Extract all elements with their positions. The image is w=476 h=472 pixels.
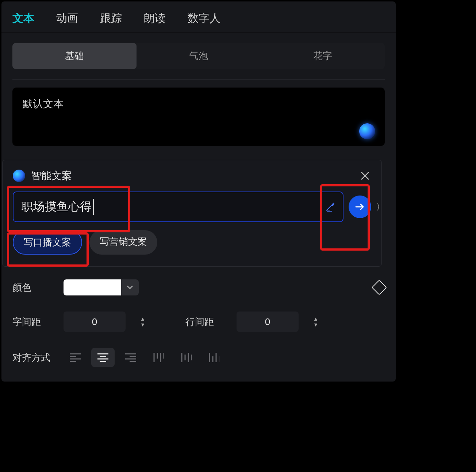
resize-handle-icon[interactable]: ⟩ bbox=[377, 202, 380, 212]
align-vert-bot-icon bbox=[208, 353, 219, 362]
align-center-icon bbox=[97, 353, 108, 362]
chip-marketing-copy[interactable]: 写营销文案 bbox=[89, 230, 157, 255]
line-spacing-stepper[interactable]: ▲ ▼ bbox=[310, 312, 322, 332]
align-label: 对齐方式 bbox=[12, 351, 53, 364]
align-vert-top-button[interactable] bbox=[147, 348, 170, 367]
text-content-box[interactable]: 默认文本 bbox=[12, 88, 385, 146]
chevron-down-icon bbox=[127, 286, 133, 289]
sub-tab-bubble[interactable]: 气泡 bbox=[137, 43, 261, 69]
spacing-row: 字间距 0 ▲ ▼ 行间距 0 ▲ ▼ bbox=[12, 312, 385, 332]
stepper-down-icon[interactable]: ▼ bbox=[310, 323, 322, 326]
stepper-up-icon[interactable]: ▲ bbox=[310, 317, 322, 321]
close-icon bbox=[360, 171, 370, 181]
top-tab-bar: 文本 动画 跟踪 朗读 数字人 bbox=[1, 1, 396, 33]
align-vert-mid-icon bbox=[181, 353, 192, 362]
ai-orb-icon[interactable] bbox=[359, 123, 375, 139]
align-button-group bbox=[64, 348, 226, 367]
align-row: 对齐方式 bbox=[12, 348, 385, 367]
color-swatch[interactable] bbox=[64, 279, 121, 295]
sub-tab-fancy[interactable]: 花字 bbox=[261, 43, 385, 69]
divider bbox=[12, 79, 385, 80]
align-vert-mid-button[interactable] bbox=[174, 348, 198, 367]
color-dropdown[interactable] bbox=[121, 279, 139, 295]
align-right-button[interactable] bbox=[119, 348, 142, 367]
copy-type-chips: 写口播文案 写营销文案 bbox=[13, 230, 371, 255]
color-label: 颜色 bbox=[12, 281, 53, 294]
magic-wand-icon[interactable] bbox=[325, 201, 336, 212]
close-button[interactable] bbox=[359, 170, 371, 182]
smart-copy-input-value: 职场摸鱼心得 bbox=[22, 199, 94, 215]
text-content-value: 默认文本 bbox=[23, 97, 375, 111]
keyframe-diamond-icon[interactable] bbox=[372, 280, 387, 295]
arrow-right-icon bbox=[355, 203, 365, 210]
sub-tab-bar: 基础 气泡 花字 bbox=[12, 43, 385, 69]
letter-spacing-stepper[interactable]: ▲ ▼ bbox=[137, 312, 149, 332]
align-vert-bot-button[interactable] bbox=[202, 348, 226, 367]
align-vert-top-icon bbox=[153, 353, 164, 362]
letter-spacing-value: 0 bbox=[92, 316, 97, 328]
smart-copy-popup: 智能文案 职场摸鱼心得 ⟩ 写口播文案 写营销文案 bbox=[2, 160, 382, 267]
align-left-icon bbox=[70, 353, 81, 362]
tab-animation[interactable]: 动画 bbox=[56, 11, 78, 26]
sub-tab-basic[interactable]: 基础 bbox=[12, 43, 137, 69]
tab-text[interactable]: 文本 bbox=[12, 11, 34, 26]
chip-broadcast-copy[interactable]: 写口播文案 bbox=[13, 230, 82, 255]
color-row: 颜色 bbox=[12, 279, 385, 295]
letter-spacing-label: 字间距 bbox=[12, 316, 53, 328]
submit-button[interactable] bbox=[349, 196, 371, 218]
smart-copy-input[interactable]: 职场摸鱼心得 bbox=[13, 191, 343, 222]
ai-orb-icon bbox=[13, 170, 25, 182]
stepper-down-icon[interactable]: ▼ bbox=[137, 323, 149, 326]
line-spacing-input[interactable]: 0 bbox=[237, 312, 299, 332]
tab-track[interactable]: 跟踪 bbox=[100, 11, 122, 26]
align-left-button[interactable] bbox=[64, 348, 87, 367]
popup-title: 智能文案 bbox=[31, 169, 72, 183]
line-spacing-label: 行间距 bbox=[185, 316, 226, 328]
stepper-up-icon[interactable]: ▲ bbox=[137, 317, 149, 321]
letter-spacing-input[interactable]: 0 bbox=[64, 312, 126, 332]
tab-read[interactable]: 朗读 bbox=[144, 11, 166, 26]
align-center-button[interactable] bbox=[91, 348, 115, 367]
tab-digital-human[interactable]: 数字人 bbox=[188, 11, 220, 26]
line-spacing-value: 0 bbox=[265, 316, 270, 328]
align-right-icon bbox=[125, 353, 136, 362]
